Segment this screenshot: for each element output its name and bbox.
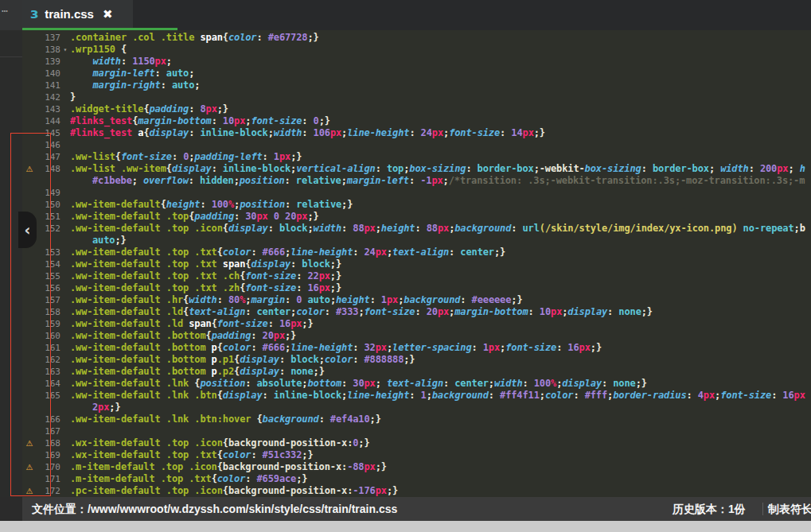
- code-row-150[interactable]: 150.ww-item-default{height: 100%;positio…: [22, 199, 811, 211]
- code-line-text[interactable]: .ww-item-default .top .txt .ch{font-size…: [70, 270, 811, 282]
- code-line-text[interactable]: .ww-item-default .lnk .btn{display: inli…: [70, 390, 811, 402]
- code-line-text[interactable]: .ww-item-default .bottom{padding: 20px;}: [70, 330, 811, 342]
- warning-icon[interactable]: ⚠: [22, 163, 37, 175]
- code-line-text[interactable]: .widget-title{padding: 8px;}: [70, 103, 811, 115]
- line-number[interactable]: 158: [37, 306, 60, 318]
- code-area[interactable]: 137.container .col .title span{color: #e…: [22, 30, 811, 497]
- warning-icon[interactable]: ⚠: [22, 461, 37, 473]
- code-row-169[interactable]: 169.wx-item-default .top .txt{color: #51…: [22, 449, 811, 461]
- code-line-text[interactable]: .ww-item-default .ld span{font-size: 16p…: [70, 318, 811, 330]
- code-line-text[interactable]: width: 1150px;: [70, 56, 811, 68]
- code-row-146[interactable]: 146: [22, 139, 811, 151]
- more-menu-icon[interactable]: ⋯: [2, 5, 9, 17]
- code-row-158[interactable]: 158.ww-item-default .ld{text-align: cent…: [22, 306, 811, 318]
- code-row-168[interactable]: ⚠168.wx-item-default .top .icon{backgrou…: [22, 437, 811, 449]
- code-line-text[interactable]: }: [70, 91, 811, 103]
- line-number[interactable]: 171: [37, 473, 60, 485]
- code-line-text[interactable]: [70, 425, 811, 437]
- code-row-145[interactable]: 145#links_test a{display: inline-block;w…: [22, 127, 811, 139]
- collapse-sidebar-handle[interactable]: ‹: [18, 212, 37, 248]
- code-line-text[interactable]: .wrp1150 {: [70, 44, 811, 56]
- code-row-154[interactable]: 154.ww-item-default .top .txt span{displ…: [22, 258, 811, 270]
- line-number[interactable]: 167: [37, 425, 60, 437]
- code-row-wrap[interactable]: auto;}: [22, 235, 811, 247]
- line-number[interactable]: 162: [37, 354, 60, 366]
- code-row-161[interactable]: 161.ww-item-default .bottom p{color: #66…: [22, 342, 811, 354]
- code-line-text[interactable]: [70, 139, 811, 151]
- code-line-text[interactable]: .ww-item-default .bottom p.p2{display: n…: [70, 366, 811, 378]
- code-row-139[interactable]: 139 width: 1150px;: [22, 56, 811, 68]
- code-line-text[interactable]: .ww-item-default .top{padding: 30px 0 20…: [70, 211, 811, 223]
- code-row-165[interactable]: 165.ww-item-default .lnk .btn{display: i…: [22, 390, 811, 402]
- code-row-170[interactable]: ⚠170.m-item-default .top .icon{backgroun…: [22, 461, 811, 473]
- code-line-text[interactable]: auto;}: [70, 235, 811, 247]
- tab-width-button[interactable]: 制表符长: [768, 497, 811, 521]
- code-line-text[interactable]: .m-item-default .top .txt{color: #659ace…: [70, 473, 811, 485]
- code-line-text[interactable]: .ww-item-default .lnk .btn:hover {backgr…: [70, 414, 811, 425]
- code-line-text[interactable]: .ww-item-default .bottom p{color: #666;l…: [70, 342, 811, 354]
- code-row-143[interactable]: 143.widget-title{padding: 8px;}: [22, 103, 811, 115]
- code-line-text[interactable]: .ww-list .ww-item{display: inline-block;…: [70, 163, 811, 175]
- line-number[interactable]: 157: [37, 294, 60, 306]
- history-version-button[interactable]: 历史版本：1份: [673, 497, 746, 521]
- code-line-text[interactable]: .ww-item-default .bottom p.p1{display: b…: [70, 354, 811, 366]
- code-line-text[interactable]: 2px;}: [70, 402, 811, 414]
- line-number[interactable]: 163: [37, 366, 60, 378]
- code-row-151[interactable]: 151.ww-item-default .top{padding: 30px 0…: [22, 211, 811, 223]
- line-number[interactable]: 149: [37, 187, 60, 199]
- code-row-144[interactable]: 144#links_test{margin-bottom: 10px;font-…: [22, 115, 811, 127]
- line-number[interactable]: 142: [37, 91, 60, 103]
- code-row-wrap[interactable]: #c1bebe; overflow: hidden;position: rela…: [22, 175, 811, 187]
- line-number[interactable]: 160: [37, 330, 60, 342]
- code-row-163[interactable]: 163.ww-item-default .bottom p.p2{display…: [22, 366, 811, 378]
- line-number[interactable]: 161: [37, 342, 60, 354]
- code-line-text[interactable]: #links_test a{display: inline-block;widt…: [70, 127, 811, 139]
- line-number[interactable]: 154: [37, 258, 60, 270]
- code-row-167[interactable]: 167: [22, 425, 811, 437]
- code-line-text[interactable]: .ww-item-default .top .txt span{display:…: [70, 258, 811, 270]
- code-row-wrap[interactable]: 2px;}: [22, 402, 811, 414]
- code-row-171[interactable]: 171.m-item-default .top .txt{color: #659…: [22, 473, 811, 485]
- code-row-162[interactable]: 162.ww-item-default .bottom p.p1{display…: [22, 354, 811, 366]
- warning-icon[interactable]: ⚠: [22, 437, 37, 449]
- line-number[interactable]: 169: [37, 449, 60, 461]
- line-number[interactable]: [37, 235, 60, 247]
- line-number[interactable]: 151: [37, 211, 60, 223]
- code-line-text[interactable]: [70, 187, 811, 199]
- code-line-text[interactable]: .ww-item-default .top .txt .zh{font-size…: [70, 282, 811, 294]
- code-row-172[interactable]: ⚠172.pc-item-default .top .icon{backgrou…: [22, 485, 811, 497]
- code-line-text[interactable]: .ww-item-default .hr{width: 80%;margin: …: [70, 294, 811, 306]
- code-row-164[interactable]: 164.ww-item-default .lnk {position: abso…: [22, 378, 811, 390]
- line-number[interactable]: 164: [37, 378, 60, 390]
- code-row-137[interactable]: 137.container .col .title span{color: #e…: [22, 32, 811, 44]
- line-number[interactable]: 140: [37, 68, 60, 80]
- code-line-text[interactable]: .ww-item-default .lnk {position: absolut…: [70, 378, 811, 390]
- code-row-138[interactable]: 138▾.wrp1150 {: [22, 44, 811, 56]
- line-number[interactable]: 153: [37, 247, 60, 258]
- code-line-text[interactable]: .m-item-default .top .icon{background-po…: [70, 461, 811, 473]
- code-line-text[interactable]: .ww-item-default{height: 100%;position: …: [70, 199, 811, 211]
- line-number[interactable]: 143: [37, 103, 60, 115]
- code-row-148[interactable]: ⚠148.ww-list .ww-item{display: inline-bl…: [22, 163, 811, 175]
- line-number[interactable]: 155: [37, 270, 60, 282]
- line-number[interactable]: 139: [37, 56, 60, 68]
- line-number[interactable]: 170: [37, 461, 60, 473]
- line-number[interactable]: 165: [37, 390, 60, 402]
- code-line-text[interactable]: .ww-item-default .top .txt{color: #666;l…: [70, 247, 811, 258]
- code-row-153[interactable]: 153.ww-item-default .top .txt{color: #66…: [22, 247, 811, 258]
- code-line-text[interactable]: #links_test{margin-bottom: 10px;font-siz…: [70, 115, 811, 127]
- code-row-147[interactable]: 147.ww-list{font-size: 0;padding-left: 1…: [22, 151, 811, 163]
- code-row-142[interactable]: 142}: [22, 91, 811, 103]
- code-row-156[interactable]: 156.ww-item-default .top .txt .zh{font-s…: [22, 282, 811, 294]
- code-line-text[interactable]: .pc-item-default .top .icon{background-p…: [70, 485, 811, 497]
- line-number[interactable]: 146: [37, 139, 60, 151]
- code-line-text[interactable]: margin-left: auto;: [70, 68, 811, 80]
- line-number[interactable]: 166: [37, 414, 60, 425]
- line-number[interactable]: [37, 402, 60, 414]
- code-line-text[interactable]: #c1bebe; overflow: hidden;position: rela…: [70, 175, 811, 187]
- tab-train-css[interactable]: ɜ train.css ✖: [22, 0, 133, 28]
- warning-icon[interactable]: ⚠: [22, 485, 37, 497]
- line-number[interactable]: [37, 175, 60, 187]
- line-number[interactable]: 147: [37, 151, 60, 163]
- line-number[interactable]: 138: [37, 44, 60, 56]
